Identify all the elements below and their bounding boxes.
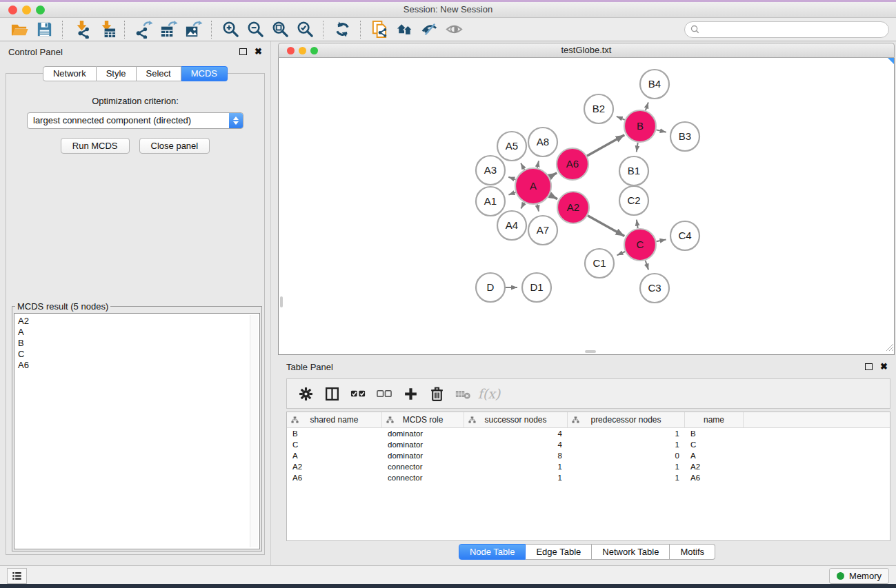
graph-node-B3[interactable]: B3 <box>670 122 699 151</box>
cell-shared-name[interactable]: A6 <box>287 472 382 483</box>
tab-mcds[interactable]: MCDS <box>181 66 228 81</box>
tab-select[interactable]: Select <box>137 66 181 81</box>
horizontal-scroll-thumb[interactable] <box>585 350 596 353</box>
cell-predecessor-nodes[interactable]: 1 <box>568 472 685 483</box>
network-overview-icon[interactable] <box>392 19 417 40</box>
mcds-result-item[interactable]: A6 <box>18 360 259 371</box>
table-row[interactable]: Bdominator41B <box>287 428 890 439</box>
tab-network-table[interactable]: Network Table <box>592 544 670 560</box>
cell-shared-name[interactable]: C <box>287 439 382 450</box>
cell-name[interactable]: A2 <box>685 461 744 472</box>
graph-node-A6[interactable]: A6 <box>557 148 588 180</box>
close-table-panel-icon[interactable]: ✖ <box>880 363 888 371</box>
result-list-scrollbar[interactable] <box>250 315 258 547</box>
run-mcds-button[interactable]: Run MCDS <box>61 138 130 154</box>
edge-A-A7[interactable] <box>537 204 539 211</box>
tab-node-table[interactable]: Node Table <box>459 544 526 560</box>
cell-MCDS-role[interactable]: dominator <box>382 428 464 439</box>
export-image-icon[interactable] <box>181 19 206 40</box>
graph-node-A5[interactable]: A5 <box>497 132 526 161</box>
edge-A6-B[interactable] <box>587 135 624 156</box>
mcds-result-list[interactable]: A2ABCA6 <box>14 313 260 549</box>
deselect-all-checkboxes-icon[interactable] <box>371 381 397 406</box>
open-session-icon[interactable] <box>7 19 32 40</box>
edge-A-A8[interactable] <box>537 161 539 168</box>
column-header-predecessor-nodes[interactable]: predecessor nodes <box>568 412 685 427</box>
tab-style[interactable]: Style <box>97 66 137 81</box>
edge-A-A2[interactable] <box>550 195 557 199</box>
tab-network[interactable]: Network <box>43 66 97 81</box>
graph-node-A7[interactable]: A7 <box>528 216 557 245</box>
cell-name[interactable]: A6 <box>685 472 744 483</box>
cell-successor-nodes[interactable]: 8 <box>464 450 568 461</box>
close-panel-icon[interactable]: ✖ <box>255 48 262 56</box>
birds-eye-toggle-icon[interactable] <box>888 58 894 64</box>
search-box[interactable] <box>684 21 889 38</box>
graph-node-B[interactable]: B <box>624 110 656 142</box>
edge-A-A3[interactable] <box>508 177 515 180</box>
mcds-result-item[interactable]: C <box>18 349 259 360</box>
cell-name[interactable]: B <box>685 428 744 439</box>
mcds-result-item[interactable]: A <box>18 327 259 338</box>
float-table-panel-icon[interactable] <box>865 363 873 370</box>
table-row[interactable]: Cdominator41C <box>287 439 890 450</box>
cell-MCDS-role[interactable]: dominator <box>382 439 464 450</box>
graph-node-C2[interactable]: C2 <box>619 186 648 215</box>
mcds-result-item[interactable]: B <box>18 338 259 349</box>
import-network-icon[interactable] <box>69 19 94 40</box>
table-row[interactable]: Adominator80A <box>287 450 890 461</box>
graph-node-D[interactable]: D <box>476 273 505 302</box>
save-session-icon[interactable] <box>32 19 57 40</box>
edge-B-B4[interactable] <box>646 103 648 111</box>
graph-node-B1[interactable]: B1 <box>619 156 648 185</box>
vertical-scroll-thumb[interactable] <box>280 296 283 307</box>
graph-node-A8[interactable]: A8 <box>528 128 557 156</box>
close-window-icon[interactable] <box>8 6 17 14</box>
float-panel-icon[interactable] <box>239 48 247 55</box>
cell-shared-name[interactable]: A2 <box>287 461 382 472</box>
select-all-checkboxes-icon[interactable] <box>345 381 371 406</box>
graph-node-A4[interactable]: A4 <box>497 211 526 240</box>
cell-predecessor-nodes[interactable]: 1 <box>568 461 685 472</box>
task-history-button[interactable] <box>7 568 27 584</box>
graph-node-B2[interactable]: B2 <box>584 94 613 123</box>
graph-node-C4[interactable]: C4 <box>670 221 699 250</box>
cell-shared-name[interactable]: B <box>287 428 382 439</box>
edge-C-C1[interactable] <box>617 252 626 255</box>
edge-A-A4[interactable] <box>521 203 524 209</box>
column-header-name[interactable]: name <box>685 412 744 427</box>
minimize-window-icon[interactable] <box>22 6 31 14</box>
toggle-graphics-details-icon[interactable] <box>417 19 441 40</box>
optimization-criterion-select[interactable]: largest connected component (directed) <box>27 112 243 129</box>
cell-MCDS-role[interactable]: connector <box>382 472 464 483</box>
graph-node-A[interactable]: A <box>515 168 551 204</box>
memory-button[interactable]: Memory <box>829 568 889 584</box>
cell-predecessor-nodes[interactable]: 1 <box>568 439 685 450</box>
zoom-in-icon[interactable] <box>218 19 243 40</box>
cell-predecessor-nodes[interactable]: 0 <box>568 450 685 461</box>
network-minimize-icon[interactable] <box>299 47 306 54</box>
cell-successor-nodes[interactable]: 4 <box>464 428 568 439</box>
cell-MCDS-role[interactable]: connector <box>382 461 464 472</box>
graph-node-A3[interactable]: A3 <box>476 156 505 185</box>
network-maximize-icon[interactable] <box>310 47 318 54</box>
copy-network-icon[interactable] <box>367 19 392 40</box>
zoom-out-icon[interactable] <box>243 19 268 40</box>
graph-node-B4[interactable]: B4 <box>640 70 669 99</box>
column-header-successor-nodes[interactable]: successor nodes <box>464 412 568 427</box>
cell-shared-name[interactable]: A <box>287 450 382 461</box>
delete-columns-icon[interactable] <box>424 381 450 406</box>
export-table-icon[interactable] <box>156 19 181 40</box>
cell-successor-nodes[interactable]: 1 <box>464 461 568 472</box>
cell-predecessor-nodes[interactable]: 1 <box>568 428 685 439</box>
cell-MCDS-role[interactable]: dominator <box>382 450 464 461</box>
graph-node-C1[interactable]: C1 <box>585 249 614 278</box>
column-header-shared-name[interactable]: shared name <box>287 412 382 427</box>
tab-edge-table[interactable]: Edge Table <box>526 544 592 560</box>
edge-C-C3[interactable] <box>646 261 649 270</box>
edge-A-A1[interactable] <box>508 192 515 195</box>
graph-node-C[interactable]: C <box>624 229 656 261</box>
graph-node-A1[interactable]: A1 <box>476 187 505 216</box>
table-mode-gear-icon[interactable] <box>292 381 319 406</box>
tab-motifs[interactable]: Motifs <box>670 544 715 560</box>
